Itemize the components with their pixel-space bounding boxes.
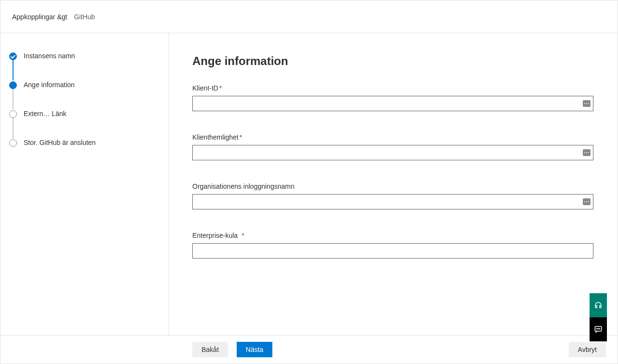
wizard-step-label: Ange information	[24, 80, 75, 89]
client-secret-input[interactable]	[192, 145, 593, 160]
support-button[interactable]	[590, 293, 607, 317]
main-content: Ange information Klient-ID* Klienthemlig…	[169, 33, 618, 336]
label-text: Klienthemlighet	[192, 133, 239, 141]
more-icon[interactable]	[583, 100, 591, 107]
circle-icon	[9, 110, 17, 118]
field-org-login: Organisationens inloggningsnamn	[192, 182, 593, 209]
back-button[interactable]: Bakåt	[192, 342, 228, 357]
circle-icon	[9, 139, 17, 147]
check-icon	[9, 52, 17, 60]
more-icon[interactable]	[583, 198, 591, 205]
org-login-input[interactable]	[192, 194, 593, 209]
breadcrumb-current: GitHub	[74, 13, 95, 21]
next-button[interactable]: Nästa	[237, 342, 273, 357]
chat-icon	[594, 325, 603, 334]
required-marker: *	[240, 133, 242, 141]
wizard-step-label: Instansens namn	[24, 52, 75, 60]
wizard-step-instance-name[interactable]: Instansens namn	[9, 52, 160, 80]
floating-actions	[590, 293, 607, 341]
breadcrumb-root[interactable]: Appkopplingar &gt	[12, 13, 67, 21]
page-title: Ange information	[192, 54, 593, 68]
client-id-label: Klient-ID*	[192, 84, 593, 92]
footer: Bakåt Nästa Avbryt	[0, 335, 618, 364]
label-text: Organisationens inloggningsnamn	[192, 182, 295, 190]
dot-icon	[9, 81, 17, 89]
field-enterprise: Enterprise-kula*	[192, 232, 593, 259]
field-client-id: Klient-ID*	[192, 84, 593, 111]
wizard-sidebar: Instansens namn Ange information Extern……	[0, 33, 169, 336]
enterprise-label: Enterprise-kula*	[192, 232, 593, 239]
required-marker: *	[242, 232, 244, 239]
wizard-step-connected[interactable]: Stor. GitHub är ansluten	[9, 138, 160, 148]
feedback-button[interactable]	[590, 317, 607, 341]
wizard-connector	[13, 60, 13, 80]
enterprise-input[interactable]	[192, 243, 593, 259]
org-login-label: Organisationens inloggningsnamn	[192, 182, 593, 190]
wizard-step-label: Extern… Länk	[24, 109, 67, 118]
required-marker: *	[219, 84, 222, 92]
svg-point-2	[598, 328, 598, 329]
wizard-step-enter-info[interactable]: Ange information	[9, 80, 160, 109]
client-secret-label: Klienthemlighet*	[192, 133, 593, 141]
label-text: Enterprise-kula	[192, 232, 238, 239]
wizard-step-label: Stor. GitHub är ansluten	[24, 138, 95, 147]
svg-point-1	[596, 328, 597, 329]
header: Appkopplingar &gt GitHub	[0, 0, 618, 33]
headset-icon	[594, 301, 603, 310]
client-id-input[interactable]	[192, 96, 593, 111]
wizard-step-external-link[interactable]: Extern… Länk	[9, 109, 160, 138]
field-client-secret: Klienthemlighet*	[192, 133, 593, 160]
cancel-button[interactable]: Avbryt	[569, 342, 606, 357]
wizard-connector	[13, 89, 13, 109]
wizard-connector	[13, 118, 13, 138]
svg-point-3	[599, 328, 600, 329]
more-icon[interactable]	[583, 149, 591, 156]
label-text: Klient-ID	[192, 84, 218, 92]
